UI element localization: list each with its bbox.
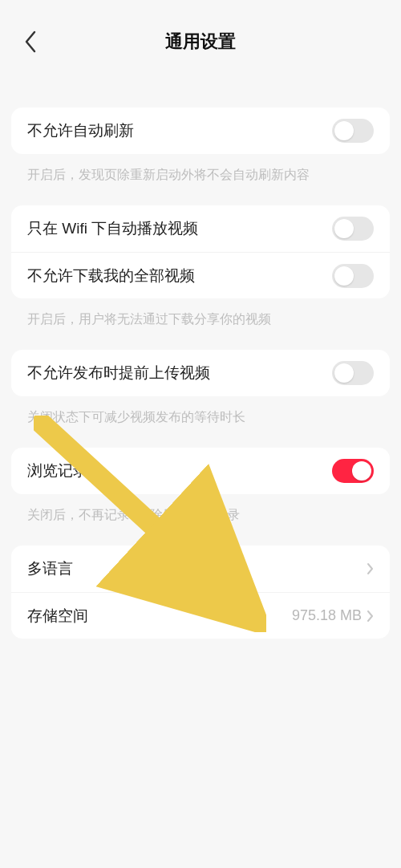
row-download-all[interactable]: 不允许下载我的全部视频 [11, 252, 390, 298]
row-label: 浏览记录 [27, 460, 88, 481]
chevron-left-icon [23, 30, 38, 54]
toggle-download-all[interactable] [332, 264, 374, 288]
chevron-right-icon [367, 562, 374, 575]
desc-download-all: 开启后，用户将无法通过下载分享你的视频 [11, 298, 390, 329]
toggle-history[interactable] [332, 459, 374, 483]
row-label: 不允许发布时提前上传视频 [27, 363, 210, 383]
group-preupload: 不允许发布时提前上传视频 [11, 350, 390, 396]
row-language[interactable]: 多语言 [11, 546, 390, 592]
row-label: 只在 Wifi 下自动播放视频 [27, 218, 198, 239]
content: 不允许自动刷新 开启后，发现页除重新启动外将不会自动刷新内容 只在 Wifi 下… [0, 107, 401, 639]
back-button[interactable] [14, 26, 47, 58]
row-wifi-autoplay[interactable]: 只在 Wifi 下自动播放视频 [11, 205, 390, 252]
group-video: 只在 Wifi 下自动播放视频 不允许下载我的全部视频 [11, 205, 390, 298]
chevron-right-icon [367, 610, 374, 623]
group-auto-refresh: 不允许自动刷新 [11, 107, 390, 154]
row-label: 存储空间 [27, 606, 88, 627]
storage-value: 975.18 MB [292, 607, 362, 624]
toggle-preupload[interactable] [332, 361, 374, 385]
row-history[interactable]: 浏览记录 [11, 448, 390, 494]
row-label: 不允许自动刷新 [27, 120, 134, 141]
row-label: 多语言 [27, 558, 73, 579]
row-auto-refresh[interactable]: 不允许自动刷新 [11, 107, 390, 154]
desc-auto-refresh: 开启后，发现页除重新启动外将不会自动刷新内容 [11, 154, 390, 185]
desc-history: 关闭后，不再记录··删除历史浏览记录 [11, 494, 390, 525]
toggle-auto-refresh[interactable] [332, 119, 374, 143]
toggle-wifi-autoplay[interactable] [332, 217, 374, 241]
row-storage[interactable]: 存储空间 975.18 MB [11, 592, 390, 639]
group-history: 浏览记录 [11, 448, 390, 494]
group-misc: 多语言 存储空间 975.18 MB [11, 546, 390, 639]
page-title: 通用设置 [165, 30, 236, 54]
row-label: 不允许下载我的全部视频 [27, 266, 195, 286]
desc-preupload: 关闭状态下可减少视频发布的等待时长 [11, 396, 390, 427]
header: 通用设置 [0, 0, 401, 83]
row-preupload[interactable]: 不允许发布时提前上传视频 [11, 350, 390, 396]
